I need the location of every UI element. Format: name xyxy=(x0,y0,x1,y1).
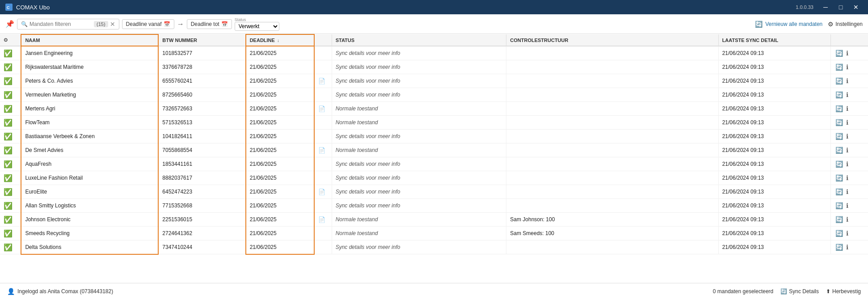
row-check[interactable]: ✅ xyxy=(0,199,21,213)
row-check[interactable]: ✅ xyxy=(0,240,21,254)
col-header-status[interactable]: STATUS xyxy=(332,34,506,46)
deadline-vanaf-filter[interactable]: Deadline vanaf 📅 xyxy=(122,19,174,29)
row-sync-button[interactable]: 🔄 xyxy=(834,118,844,127)
row-info-button[interactable]: ℹ xyxy=(845,132,849,141)
row-check[interactable]: ✅ xyxy=(0,157,21,171)
row-naam[interactable]: Vermeulen Marketing xyxy=(21,88,158,102)
col-header-naam[interactable]: NAAM xyxy=(21,34,158,46)
col-header-deadline[interactable]: DEADLINE ↓ xyxy=(246,34,314,46)
row-naam[interactable]: Jansen Engineering xyxy=(21,46,158,60)
sync-details-button[interactable]: 🔄 Sync Details xyxy=(780,288,819,295)
row-naam[interactable]: Delta Solutions xyxy=(21,240,158,254)
row-info-button[interactable]: ℹ xyxy=(845,215,849,224)
deadline-tot-filter[interactable]: Deadline tot 📅 xyxy=(187,19,232,29)
row-check[interactable]: ✅ xyxy=(0,74,21,88)
row-sync-button[interactable]: 🔄 xyxy=(834,49,844,58)
sync-details-icon: 🔄 xyxy=(780,288,787,295)
row-naam[interactable]: Peters & Co. Advies xyxy=(21,74,158,88)
row-info-button[interactable]: ℹ xyxy=(845,49,849,58)
search-box[interactable]: 🔍 (15) ✕ xyxy=(17,19,119,29)
row-sync-button[interactable]: 🔄 xyxy=(834,229,844,238)
row-deadline: 21/06/2025 xyxy=(246,213,314,227)
col-header-sync-icon xyxy=(314,34,332,46)
row-laatste: 21/06/2024 09:13 xyxy=(718,74,830,88)
row-info-button[interactable]: ℹ xyxy=(845,173,849,182)
row-naam[interactable]: Bastiaanse Verbeek & Zonen xyxy=(21,130,158,143)
row-naam[interactable]: Rijkswaterstaat Maritime xyxy=(21,60,158,74)
row-check[interactable]: ✅ xyxy=(0,213,21,227)
row-info-button[interactable]: ℹ xyxy=(845,146,849,155)
row-check[interactable]: ✅ xyxy=(0,88,21,102)
close-button[interactable]: ✕ xyxy=(849,1,863,13)
herbevestig-button[interactable]: ⬆ Herbevestig xyxy=(826,288,861,295)
row-sync-button[interactable]: 🔄 xyxy=(834,243,844,252)
row-check[interactable]: ✅ xyxy=(0,102,21,116)
row-deadline: 21/06/2025 xyxy=(246,240,314,254)
restore-button[interactable]: □ xyxy=(834,1,847,13)
row-btw: 8725665460 xyxy=(158,88,245,102)
col-header-laatste[interactable]: LAATSTE SYNC DETAIL xyxy=(718,34,830,46)
row-info-button[interactable]: ℹ xyxy=(845,104,849,113)
row-actions: 🔄 ℹ xyxy=(830,116,868,130)
status-text: Normale toestand xyxy=(336,119,378,126)
row-sync-button[interactable]: 🔄 xyxy=(834,90,844,99)
row-info-button[interactable]: ℹ xyxy=(845,63,849,72)
row-doc-icon-cell xyxy=(314,130,332,143)
row-info-button[interactable]: ℹ xyxy=(845,229,849,238)
check-icon: ✅ xyxy=(4,230,13,237)
row-sync-button[interactable]: 🔄 xyxy=(834,146,844,155)
row-naam[interactable]: De Smet Advies xyxy=(21,143,158,157)
check-all-icon[interactable]: ⊙ xyxy=(4,37,8,42)
row-naam[interactable]: LuxeLine Fashion Retail xyxy=(21,171,158,185)
row-info-button[interactable]: ℹ xyxy=(845,187,849,196)
row-status: Sync details voor meer info xyxy=(332,157,506,171)
row-info-button[interactable]: ℹ xyxy=(845,201,849,210)
row-check[interactable]: ✅ xyxy=(0,227,21,240)
refresh-button[interactable]: 🔄 Vernieuw alle mandaten xyxy=(755,21,822,28)
row-info-button[interactable]: ℹ xyxy=(845,243,849,252)
settings-button[interactable]: ⚙ Instellingen xyxy=(828,21,863,28)
row-naam[interactable]: Johnson Electronic xyxy=(21,213,158,227)
row-sync-button[interactable]: 🔄 xyxy=(834,132,844,141)
controle-header-label: CONTROLESTRUCTUUR xyxy=(510,38,568,43)
row-check[interactable]: ✅ xyxy=(0,46,21,60)
row-info-button[interactable]: ℹ xyxy=(845,76,849,85)
row-check[interactable]: ✅ xyxy=(0,143,21,157)
row-laatste: 21/06/2024 09:13 xyxy=(718,157,830,171)
row-check[interactable]: ✅ xyxy=(0,185,21,199)
check-icon: ✅ xyxy=(4,133,13,140)
row-info-button[interactable]: ℹ xyxy=(845,90,849,99)
row-sync-button[interactable]: 🔄 xyxy=(834,63,844,72)
row-naam[interactable]: AquaFresh xyxy=(21,157,158,171)
pin-icon[interactable]: 📌 xyxy=(5,20,14,28)
row-naam[interactable]: Allan Smitty Logistics xyxy=(21,199,158,213)
row-naam[interactable]: Mertens Agri xyxy=(21,102,158,116)
row-info-button[interactable]: ℹ xyxy=(845,160,849,168)
row-check[interactable]: ✅ xyxy=(0,116,21,130)
minimize-button[interactable]: ─ xyxy=(819,1,832,13)
row-check[interactable]: ✅ xyxy=(0,60,21,74)
row-sync-button[interactable]: 🔄 xyxy=(834,76,844,85)
row-check[interactable]: ✅ xyxy=(0,171,21,185)
row-sync-button[interactable]: 🔄 xyxy=(834,104,844,113)
row-deadline: 21/06/2025 xyxy=(246,60,314,74)
search-input[interactable] xyxy=(29,21,92,27)
row-sync-button[interactable]: 🔄 xyxy=(834,201,844,210)
row-btw: 2724641362 xyxy=(158,227,245,240)
row-check[interactable]: ✅ xyxy=(0,130,21,143)
filter-clear-button[interactable]: ✕ xyxy=(110,21,115,28)
row-naam[interactable]: Smeeds Recycling xyxy=(21,227,158,240)
row-naam[interactable]: EuroElite xyxy=(21,185,158,199)
row-info-button[interactable]: ℹ xyxy=(845,118,849,127)
row-naam[interactable]: FlowTeam xyxy=(21,116,158,130)
row-doc-icon-cell xyxy=(314,60,332,74)
status-filter-group: Status Verwerkt Alle Actief xyxy=(235,17,279,31)
row-sync-button[interactable]: 🔄 xyxy=(834,160,844,168)
col-header-controle[interactable]: CONTROLESTRUCTUUR xyxy=(506,34,718,46)
row-sync-button[interactable]: 🔄 xyxy=(834,215,844,224)
col-header-btw[interactable]: BTW NUMMER xyxy=(158,34,245,46)
status-select[interactable]: Verwerkt Alle Actief xyxy=(235,22,279,31)
row-sync-button[interactable]: 🔄 xyxy=(834,173,844,182)
col-header-actions xyxy=(830,34,868,46)
row-sync-button[interactable]: 🔄 xyxy=(834,187,844,196)
